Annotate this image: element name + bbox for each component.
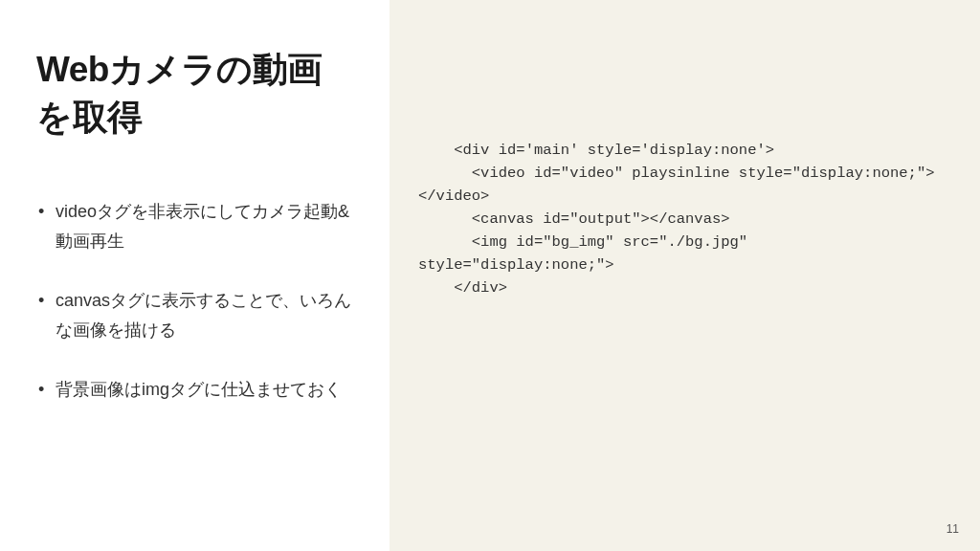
right-code-pane: <div id='main' style='display:none'> <vi…	[390, 0, 980, 551]
list-item: 背景画像はimgタグに仕込ませておく	[36, 375, 353, 406]
code-sample: <div id='main' style='display:none'> <vi…	[418, 139, 951, 299]
bullet-list: videoタグを非表示にしてカメラ起動&動画再生 canvasタグに表示すること…	[36, 197, 353, 434]
left-content-pane: Webカメラの動画を取得 videoタグを非表示にしてカメラ起動&動画再生 ca…	[0, 0, 390, 551]
list-item: canvasタグに表示することで、いろんな画像を描ける	[36, 286, 353, 346]
page-title: Webカメラの動画を取得	[36, 46, 353, 142]
page-number: 11	[947, 522, 959, 536]
list-item: videoタグを非表示にしてカメラ起動&動画再生	[36, 197, 353, 257]
